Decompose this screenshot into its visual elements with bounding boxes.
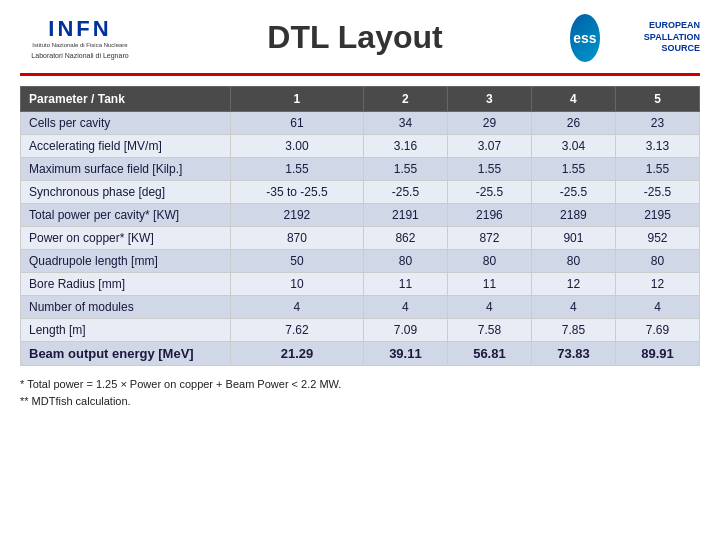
- value-cell: 56.81: [447, 342, 531, 366]
- value-cell: 80: [363, 250, 447, 273]
- footer-notes: * Total power = 1.25 × Power on copper +…: [20, 376, 700, 409]
- value-cell: 3.16: [363, 135, 447, 158]
- col-header-5: 5: [615, 87, 699, 112]
- param-cell: Quadrupole length [mm]: [21, 250, 231, 273]
- value-cell: 89.91: [615, 342, 699, 366]
- value-cell: 29: [447, 112, 531, 135]
- value-cell: 7.69: [615, 319, 699, 342]
- value-cell: 1.55: [615, 158, 699, 181]
- param-cell: Maximum surface field [Kilp.]: [21, 158, 231, 181]
- value-cell: 10: [231, 273, 364, 296]
- header-divider: [20, 73, 700, 76]
- value-cell: 7.58: [447, 319, 531, 342]
- value-cell: 4: [447, 296, 531, 319]
- value-cell: 11: [447, 273, 531, 296]
- value-cell: 21.29: [231, 342, 364, 366]
- value-cell: 7.09: [363, 319, 447, 342]
- param-cell: Synchronous phase [deg]: [21, 181, 231, 204]
- value-cell: 2196: [447, 204, 531, 227]
- value-cell: 1.55: [447, 158, 531, 181]
- value-cell: 26: [531, 112, 615, 135]
- col-header-1: 1: [231, 87, 364, 112]
- value-cell: -25.5: [447, 181, 531, 204]
- value-cell: 12: [615, 273, 699, 296]
- value-cell: -35 to -25.5: [231, 181, 364, 204]
- value-cell: 11: [363, 273, 447, 296]
- value-cell: 2195: [615, 204, 699, 227]
- ess-logo: ess EUROPEAN SPALLATION SOURCE: [570, 14, 700, 62]
- param-cell: Length [m]: [21, 319, 231, 342]
- ess-text: EUROPEAN SPALLATION SOURCE: [606, 20, 700, 55]
- value-cell: -25.5: [531, 181, 615, 204]
- value-cell: -25.5: [615, 181, 699, 204]
- page-title: DTL Layout: [267, 19, 442, 55]
- value-cell: 80: [531, 250, 615, 273]
- footer-line2: ** MDTfish calculation.: [20, 393, 700, 410]
- param-cell: Accelerating field [MV/m]: [21, 135, 231, 158]
- table-body: Cells per cavity6134292623Accelerating f…: [21, 112, 700, 366]
- value-cell: 870: [231, 227, 364, 250]
- infn-subtitle: Istituto Nazionale di Fisica Nucleare: [32, 42, 127, 49]
- table-row: Quadrupole length [mm]5080808080: [21, 250, 700, 273]
- value-cell: 80: [615, 250, 699, 273]
- value-cell: 80: [447, 250, 531, 273]
- ess-label: ess: [573, 30, 596, 46]
- param-cell: Number of modules: [21, 296, 231, 319]
- table-row: Number of modules44444: [21, 296, 700, 319]
- value-cell: 12: [531, 273, 615, 296]
- value-cell: 23: [615, 112, 699, 135]
- col-header-2: 2: [363, 87, 447, 112]
- value-cell: 2189: [531, 204, 615, 227]
- value-cell: 1.55: [531, 158, 615, 181]
- value-cell: 862: [363, 227, 447, 250]
- param-cell: Power on copper* [KW]: [21, 227, 231, 250]
- footer-line1: * Total power = 1.25 × Power on copper +…: [20, 376, 700, 393]
- infn-logo: INFN Istituto Nazionale di Fisica Nuclea…: [20, 10, 140, 65]
- value-cell: 3.00: [231, 135, 364, 158]
- value-cell: 4: [363, 296, 447, 319]
- table-row: Maximum surface field [Kilp.]1.551.551.5…: [21, 158, 700, 181]
- table-header-row: Parameter / Tank 1 2 3 4 5: [21, 87, 700, 112]
- ess-circle: ess: [570, 14, 600, 62]
- value-cell: 4: [531, 296, 615, 319]
- layout-table: Parameter / Tank 1 2 3 4 5 Cells per cav…: [20, 86, 700, 366]
- table-row: Total power per cavity* [KW]219221912196…: [21, 204, 700, 227]
- infn-lnl-text: Laboratori Nazionali di Legnaro: [31, 52, 128, 59]
- value-cell: 1.55: [231, 158, 364, 181]
- value-cell: 39.11: [363, 342, 447, 366]
- table-row: Synchronous phase [deg]-35 to -25.5-25.5…: [21, 181, 700, 204]
- param-cell: Beam output energy [MeV]: [21, 342, 231, 366]
- value-cell: 4: [231, 296, 364, 319]
- value-cell: 872: [447, 227, 531, 250]
- table-row: Beam output energy [MeV]21.2939.1156.817…: [21, 342, 700, 366]
- table-row: Accelerating field [MV/m]3.003.163.073.0…: [21, 135, 700, 158]
- col-header-3: 3: [447, 87, 531, 112]
- infn-letters-text: INFN: [48, 16, 111, 42]
- table-row: Length [m]7.627.097.587.857.69: [21, 319, 700, 342]
- value-cell: 7.85: [531, 319, 615, 342]
- value-cell: 3.07: [447, 135, 531, 158]
- param-cell: Total power per cavity* [KW]: [21, 204, 231, 227]
- value-cell: 952: [615, 227, 699, 250]
- data-table: Parameter / Tank 1 2 3 4 5 Cells per cav…: [20, 86, 700, 366]
- value-cell: 2191: [363, 204, 447, 227]
- value-cell: 901: [531, 227, 615, 250]
- value-cell: 61: [231, 112, 364, 135]
- page: INFN Istituto Nazionale di Fisica Nuclea…: [0, 0, 720, 540]
- value-cell: 2192: [231, 204, 364, 227]
- table-row: Bore Radius [mm]1011111212: [21, 273, 700, 296]
- param-cell: Bore Radius [mm]: [21, 273, 231, 296]
- table-row: Cells per cavity6134292623: [21, 112, 700, 135]
- col-header-4: 4: [531, 87, 615, 112]
- value-cell: 3.13: [615, 135, 699, 158]
- value-cell: 50: [231, 250, 364, 273]
- header: INFN Istituto Nazionale di Fisica Nuclea…: [20, 10, 700, 65]
- value-cell: -25.5: [363, 181, 447, 204]
- value-cell: 3.04: [531, 135, 615, 158]
- param-cell: Cells per cavity: [21, 112, 231, 135]
- value-cell: 7.62: [231, 319, 364, 342]
- value-cell: 34: [363, 112, 447, 135]
- value-cell: 73.83: [531, 342, 615, 366]
- value-cell: 1.55: [363, 158, 447, 181]
- table-row: Power on copper* [KW]870862872901952: [21, 227, 700, 250]
